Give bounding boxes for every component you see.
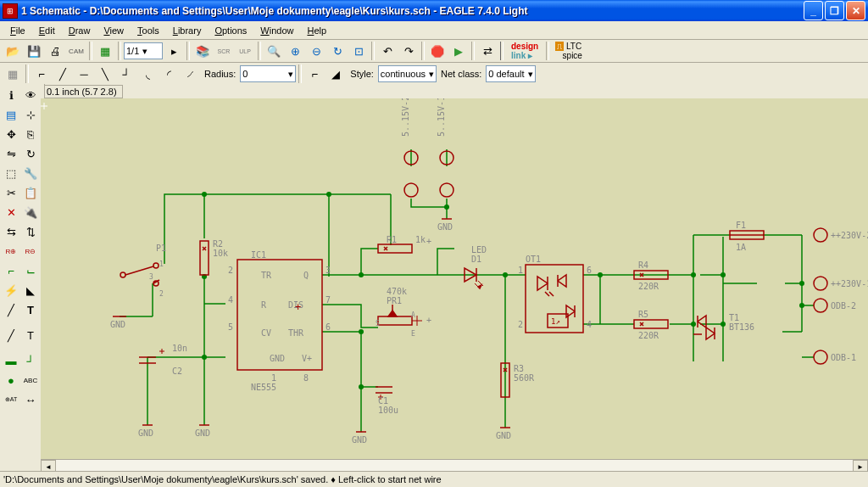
cam-icon[interactable]: CAM: [66, 41, 86, 61]
info-icon[interactable]: ℹ: [2, 86, 20, 104]
svg-text:D1: D1: [471, 255, 481, 264]
svg-text:R3: R3: [514, 364, 524, 373]
menu-library[interactable]: Library: [166, 24, 209, 37]
svg-text:+: +: [426, 237, 431, 246]
menu-help[interactable]: Help: [300, 24, 333, 37]
save-icon[interactable]: 💾: [24, 41, 44, 61]
board-icon[interactable]: ▦: [95, 41, 115, 61]
grid-icon[interactable]: ▦: [3, 64, 23, 84]
wire-bend3-icon[interactable]: ╲: [95, 64, 115, 84]
svg-text:+: +: [426, 316, 431, 325]
dimension-icon[interactable]: ↔: [21, 390, 40, 409]
svg-text:ODB-1: ODB-1: [831, 353, 856, 362]
add-icon[interactable]: 🔌: [21, 203, 40, 221]
titlebar: ⊞ 1 Schematic - D:\Documents and Setting…: [0, 0, 868, 21]
paste-icon[interactable]: 📋: [21, 183, 40, 202]
menu-draw[interactable]: Draw: [62, 24, 97, 37]
bus-icon[interactable]: ▬: [2, 351, 20, 370]
svg-point-13: [799, 281, 804, 286]
layers-icon[interactable]: ▤: [2, 105, 20, 124]
move-icon[interactable]: ✥: [2, 125, 20, 143]
group-icon[interactable]: ⬚: [2, 164, 20, 182]
copy-icon[interactable]: ⎘: [21, 125, 40, 143]
menu-tools[interactable]: Tools: [131, 24, 166, 37]
wire-arc1-icon[interactable]: ◟: [137, 64, 158, 84]
rotate-icon[interactable]: ↻: [21, 144, 40, 163]
print-icon[interactable]: 🖨: [45, 41, 65, 61]
gateswap-icon[interactable]: ⇅: [21, 222, 40, 241]
label-icon[interactable]: ABC: [21, 371, 40, 389]
sheet-next-icon[interactable]: ▸: [164, 41, 184, 61]
wire-arc2-icon[interactable]: ◜: [159, 64, 179, 84]
smash-icon[interactable]: ⚡: [2, 281, 20, 299]
window-title: 1 Schematic - D:\Documents and Settings\…: [21, 5, 802, 17]
ltspice-logo[interactable]: ⎍ LTC spice: [552, 42, 586, 60]
replace-icon[interactable]: R⊕: [2, 242, 20, 260]
junction-icon[interactable]: ●: [2, 371, 20, 389]
menu-view[interactable]: View: [97, 24, 131, 37]
replace2-icon[interactable]: R⊖: [21, 242, 40, 260]
menu-options[interactable]: Options: [208, 24, 253, 37]
wire-icon[interactable]: ╱: [2, 326, 20, 344]
designlink-logo[interactable]: designlink ▸: [506, 42, 543, 60]
script-icon[interactable]: SCR: [214, 41, 234, 61]
wire-bend4-icon[interactable]: ┘: [116, 64, 136, 84]
pinswap-icon[interactable]: ⇆: [2, 222, 20, 241]
svg-text:+: +: [295, 301, 301, 313]
svg-text:2: 2: [518, 320, 523, 329]
miter1-icon[interactable]: ⌐: [304, 64, 325, 84]
svg-point-7: [503, 272, 508, 277]
netclass-select[interactable]: 0 default▾: [486, 65, 535, 82]
svg-text:2: 2: [159, 290, 164, 298]
attribute-icon[interactable]: ⊕AT: [2, 390, 20, 409]
wire-bend1-icon[interactable]: ╱: [53, 64, 73, 84]
statusbar: 'D:\Documents and Settings\User\Moje dok…: [0, 471, 868, 487]
menu-edit[interactable]: Edit: [32, 24, 62, 37]
swap-icon[interactable]: ⇄: [477, 41, 498, 61]
sheet-selector[interactable]: 1/1▾: [124, 42, 163, 59]
text-icon[interactable]: T: [21, 326, 40, 344]
zoom-select-icon[interactable]: ⊡: [348, 41, 369, 61]
invoke-icon[interactable]: T: [21, 300, 40, 319]
wire-bend2-icon[interactable]: ─: [74, 64, 94, 84]
miter-icon[interactable]: ◣: [21, 281, 40, 299]
zoom-fit-icon[interactable]: 🔍: [264, 41, 284, 61]
delete-icon[interactable]: ✕: [2, 203, 20, 221]
schematic-canvas[interactable]: 1↗ P1 R210k IC1NE555 R11k PR1470k C1100u…: [41, 98, 868, 460]
library-icon[interactable]: 📚: [192, 41, 213, 61]
ulp-icon[interactable]: ULP: [235, 41, 255, 61]
eye-icon[interactable]: 👁: [21, 86, 40, 104]
undo-icon[interactable]: ↶: [377, 41, 398, 61]
svg-text:R2: R2: [213, 239, 223, 249]
svg-text:4: 4: [587, 320, 592, 329]
svg-point-52: [440, 183, 453, 197]
wire-bend0-icon[interactable]: ⌐: [31, 64, 52, 84]
split-icon[interactable]: ╱: [2, 300, 20, 319]
name-icon[interactable]: ⌐: [2, 261, 20, 280]
cut-icon[interactable]: ✂: [2, 183, 20, 202]
minimize-button[interactable]: _: [804, 1, 823, 20]
zoom-out-icon[interactable]: ⊖: [306, 41, 326, 61]
redo-icon[interactable]: ↷: [398, 41, 419, 61]
value-icon[interactable]: ⌙: [21, 261, 40, 280]
svg-text:V+: V+: [302, 354, 312, 363]
svg-text:220R: 220R: [638, 282, 659, 291]
close-button[interactable]: ✕: [846, 1, 865, 20]
mark-icon[interactable]: ⊹: [21, 105, 40, 124]
menu-file[interactable]: File: [3, 24, 32, 37]
menu-window[interactable]: Window: [253, 24, 300, 37]
change-icon[interactable]: 🔧: [21, 164, 40, 182]
zoom-in-icon[interactable]: ⊕: [285, 41, 305, 61]
radius-input[interactable]: 0▾: [240, 65, 296, 82]
wire-free-icon[interactable]: ⟋: [180, 64, 200, 84]
miter2-icon[interactable]: ◢: [326, 64, 346, 84]
stop-icon[interactable]: 🛑: [427, 41, 448, 61]
maximize-button[interactable]: ❐: [825, 1, 844, 20]
open-icon[interactable]: 📂: [3, 41, 23, 61]
style-select[interactable]: continuous▾: [378, 65, 437, 82]
zoom-redraw-icon[interactable]: ↻: [327, 41, 348, 61]
mirror-icon[interactable]: ⇋: [2, 144, 20, 163]
go-icon[interactable]: ▶: [448, 41, 469, 61]
svg-point-8: [598, 272, 603, 277]
net-icon[interactable]: ┘: [21, 351, 40, 370]
